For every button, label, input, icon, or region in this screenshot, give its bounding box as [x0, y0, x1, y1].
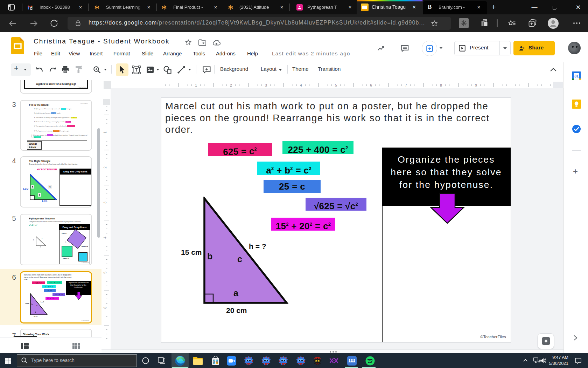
svg-text:5: 5	[103, 272, 107, 274]
svg-text:3: 3	[103, 202, 107, 204]
svg-text:9: 9	[475, 83, 477, 87]
svg-text:5: 5	[335, 83, 337, 87]
svg-text:1: 1	[195, 83, 197, 87]
svg-text:4: 4	[103, 237, 107, 239]
svg-text:6: 6	[103, 307, 107, 309]
svg-text:2: 2	[103, 166, 107, 169]
svg-text:3: 3	[265, 83, 267, 87]
svg-text:4: 4	[300, 83, 302, 87]
svg-text:7: 7	[405, 83, 407, 87]
svg-text:8: 8	[440, 83, 442, 87]
svg-text:1: 1	[103, 131, 107, 134]
svg-text:31: 31	[574, 74, 579, 78]
svg-text:2: 2	[230, 83, 232, 87]
svg-text:6: 6	[370, 83, 372, 87]
